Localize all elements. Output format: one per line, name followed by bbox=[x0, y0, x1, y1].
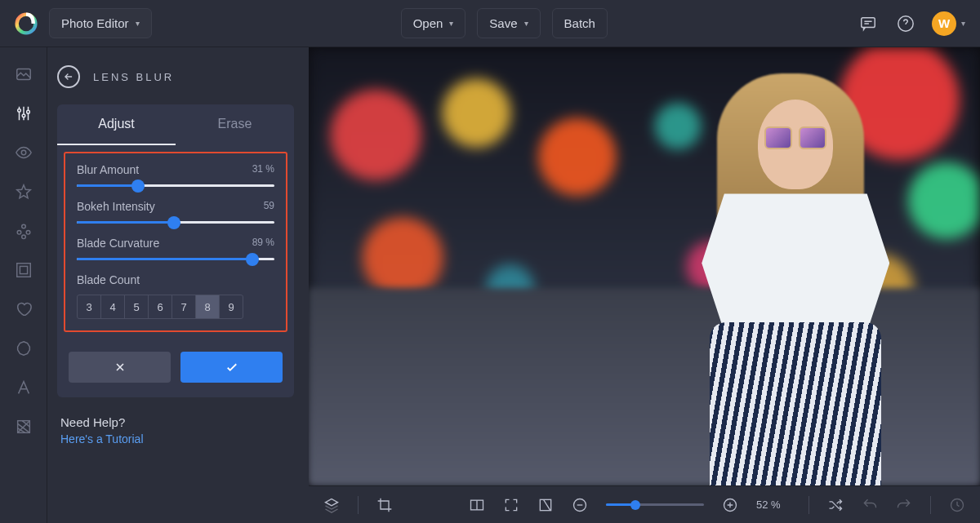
blade-option-4[interactable]: 4 bbox=[100, 295, 125, 319]
help-tutorial-link[interactable]: Here's a Tutorial bbox=[60, 432, 294, 445]
side-panel: LENS BLUR Adjust Erase Blur Amount 31 % bbox=[47, 47, 309, 523]
shuffle-icon[interactable] bbox=[827, 497, 844, 513]
header-right: W ▾ bbox=[857, 11, 965, 36]
chevron-down-icon: ▾ bbox=[524, 19, 528, 28]
chevron-down-icon[interactable]: ▾ bbox=[961, 19, 965, 28]
slider-thumb[interactable] bbox=[131, 180, 145, 193]
blade-count-options: 3456789 bbox=[77, 295, 274, 319]
batch-label: Batch bbox=[564, 16, 595, 30]
redo-icon[interactable] bbox=[896, 497, 912, 513]
divider bbox=[808, 496, 809, 514]
photo-subject bbox=[665, 47, 926, 485]
apply-button[interactable] bbox=[180, 352, 283, 383]
layers-icon[interactable] bbox=[323, 497, 340, 513]
help-icon[interactable] bbox=[894, 12, 917, 35]
undo-icon[interactable] bbox=[862, 497, 878, 513]
svg-point-7 bbox=[21, 150, 26, 155]
image-icon[interactable] bbox=[15, 65, 33, 83]
blur-amount-value: 31 % bbox=[252, 163, 274, 176]
tool-rail bbox=[0, 47, 47, 523]
svg-point-6 bbox=[26, 110, 29, 113]
frame-icon[interactable] bbox=[15, 261, 33, 279]
zoom-value: 52 % bbox=[756, 499, 791, 511]
blur-amount-slider[interactable] bbox=[77, 184, 274, 187]
app-logo bbox=[15, 12, 38, 35]
blade-count-label: Blade Count bbox=[77, 273, 274, 286]
panel-header: LENS BLUR bbox=[57, 65, 294, 88]
heart-icon[interactable] bbox=[15, 300, 33, 318]
zoom-out-icon[interactable] bbox=[572, 497, 588, 513]
back-button[interactable] bbox=[57, 65, 80, 88]
svg-rect-13 bbox=[20, 266, 27, 273]
blade-option-8[interactable]: 8 bbox=[195, 295, 220, 319]
svg-point-5 bbox=[22, 114, 25, 117]
slider-fill bbox=[77, 221, 174, 224]
gear-icon[interactable] bbox=[15, 339, 33, 357]
chevron-down-icon: ▾ bbox=[449, 19, 453, 28]
adjust-controls-highlight: Blur Amount 31 % Bokeh Intensity 59 bbox=[64, 152, 287, 332]
svg-point-4 bbox=[17, 109, 20, 113]
blade-curvature-slider[interactable] bbox=[77, 258, 274, 260]
star-icon[interactable] bbox=[15, 183, 33, 201]
app-mode-dropdown[interactable]: Photo Editor ▾ bbox=[49, 8, 152, 38]
lens-blur-card: Adjust Erase Blur Amount 31 % B bbox=[57, 104, 294, 397]
zoom-in-icon[interactable] bbox=[722, 497, 738, 513]
eye-icon[interactable] bbox=[15, 144, 33, 162]
actual-size-icon[interactable] bbox=[537, 497, 554, 513]
svg-point-10 bbox=[26, 231, 30, 235]
blur-amount-row: Blur Amount 31 % bbox=[77, 163, 274, 187]
zoom-thumb[interactable] bbox=[630, 500, 640, 510]
svg-rect-12 bbox=[16, 264, 30, 277]
svg-rect-1 bbox=[862, 17, 875, 27]
text-icon[interactable] bbox=[15, 379, 33, 397]
blade-option-7[interactable]: 7 bbox=[172, 295, 196, 319]
slider-thumb[interactable] bbox=[246, 253, 259, 266]
bokeh-intensity-slider[interactable] bbox=[77, 221, 274, 224]
main-area: LENS BLUR Adjust Erase Blur Amount 31 % bbox=[0, 47, 980, 523]
shapes-icon[interactable] bbox=[15, 222, 33, 240]
crop-icon[interactable] bbox=[376, 497, 393, 513]
slider-thumb[interactable] bbox=[167, 216, 180, 229]
canvas-area: 52 % bbox=[309, 47, 980, 523]
image-canvas[interactable] bbox=[309, 47, 980, 485]
blade-curvature-value: 89 % bbox=[252, 237, 274, 250]
chat-icon[interactable] bbox=[857, 12, 880, 35]
app-header: Photo Editor ▾ Open ▾ Save ▾ Batch W ▾ bbox=[0, 0, 980, 47]
blade-option-5[interactable]: 5 bbox=[124, 295, 149, 319]
blade-option-3[interactable]: 3 bbox=[77, 295, 101, 319]
blur-amount-label: Blur Amount bbox=[77, 163, 139, 176]
save-dropdown[interactable]: Save ▾ bbox=[477, 8, 540, 38]
blade-option-6[interactable]: 6 bbox=[148, 295, 172, 319]
blade-curvature-label: Blade Curvature bbox=[77, 237, 159, 250]
save-label: Save bbox=[489, 16, 517, 30]
open-label: Open bbox=[413, 16, 443, 30]
tab-erase[interactable]: Erase bbox=[176, 104, 294, 145]
open-dropdown[interactable]: Open ▾ bbox=[401, 8, 466, 38]
bokeh-intensity-value: 59 bbox=[264, 200, 274, 213]
avatar[interactable]: W bbox=[932, 11, 956, 36]
header-center: Open ▾ Save ▾ Batch bbox=[152, 8, 857, 38]
texture-icon[interactable] bbox=[15, 418, 33, 436]
zoom-slider[interactable] bbox=[606, 503, 704, 506]
chevron-down-icon: ▾ bbox=[136, 19, 140, 28]
panel-tabs: Adjust Erase bbox=[57, 104, 294, 145]
sliders-icon[interactable] bbox=[15, 104, 33, 122]
photo-pants bbox=[710, 322, 881, 485]
svg-point-9 bbox=[17, 231, 21, 235]
cancel-button[interactable] bbox=[69, 352, 171, 383]
bokeh-intensity-row: Bokeh Intensity 59 bbox=[77, 200, 274, 224]
close-icon bbox=[114, 361, 127, 374]
history-icon[interactable] bbox=[949, 497, 965, 513]
tab-adjust[interactable]: Adjust bbox=[57, 104, 176, 145]
photo-sunglasses bbox=[760, 126, 831, 151]
action-row bbox=[57, 339, 294, 397]
batch-button[interactable]: Batch bbox=[552, 8, 608, 38]
fit-screen-icon[interactable] bbox=[503, 497, 519, 513]
bokeh-intensity-label: Bokeh Intensity bbox=[77, 200, 155, 213]
avatar-initial: W bbox=[938, 16, 950, 30]
divider bbox=[930, 496, 931, 514]
compare-icon[interactable] bbox=[469, 497, 485, 513]
slider-fill bbox=[77, 258, 252, 260]
blade-option-9[interactable]: 9 bbox=[219, 295, 243, 319]
svg-marker-14 bbox=[17, 342, 29, 356]
